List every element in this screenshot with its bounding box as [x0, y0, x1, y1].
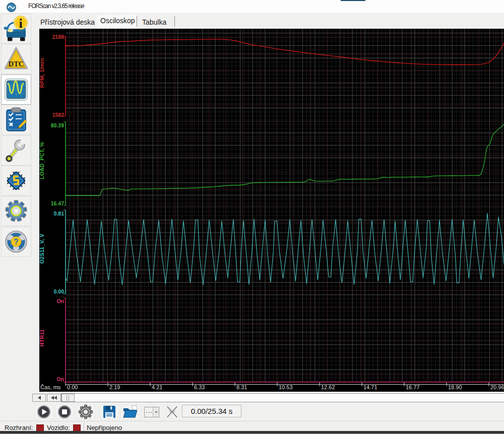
svg-text:?: ?	[14, 238, 19, 246]
svg-text:HTR11: HTR11	[39, 329, 45, 346]
svg-text:16.47: 16.47	[51, 200, 64, 206]
svg-text:RPM, 1/min: RPM, 1/min	[39, 58, 45, 88]
svg-text:10.53: 10.53	[279, 384, 293, 390]
svg-text:1582: 1582	[52, 112, 65, 118]
svg-text:18.90: 18.90	[448, 384, 462, 390]
svg-text:LOAD_PCT, %: LOAD_PCT, %	[39, 142, 45, 179]
svg-text:i: i	[19, 16, 22, 31]
svg-text:80.39: 80.39	[51, 122, 64, 128]
svg-text:0.00: 0.00	[67, 384, 78, 390]
svg-text:DTC: DTC	[9, 60, 24, 68]
svg-text:12.62: 12.62	[321, 384, 335, 390]
svg-text:0.81: 0.81	[54, 210, 65, 216]
svg-text:On: On	[56, 376, 64, 382]
svg-text:4.21: 4.21	[152, 384, 162, 390]
svg-text:On: On	[56, 298, 64, 304]
svg-text:0.00: 0.00	[54, 288, 65, 295]
svg-text:14.71: 14.71	[363, 384, 377, 390]
svg-text:16.77: 16.77	[406, 384, 420, 390]
svg-text:Čas, ms: Čas, ms	[40, 384, 61, 390]
svg-text:20.96: 20.96	[490, 384, 504, 390]
svg-text:2.19: 2.19	[109, 384, 120, 390]
svg-text:8.31: 8.31	[236, 384, 247, 390]
svg-text:6.33: 6.33	[194, 384, 205, 390]
svg-text:O2S11_V, V: O2S11_V, V	[39, 234, 45, 264]
svg-text:2186: 2186	[52, 34, 65, 40]
